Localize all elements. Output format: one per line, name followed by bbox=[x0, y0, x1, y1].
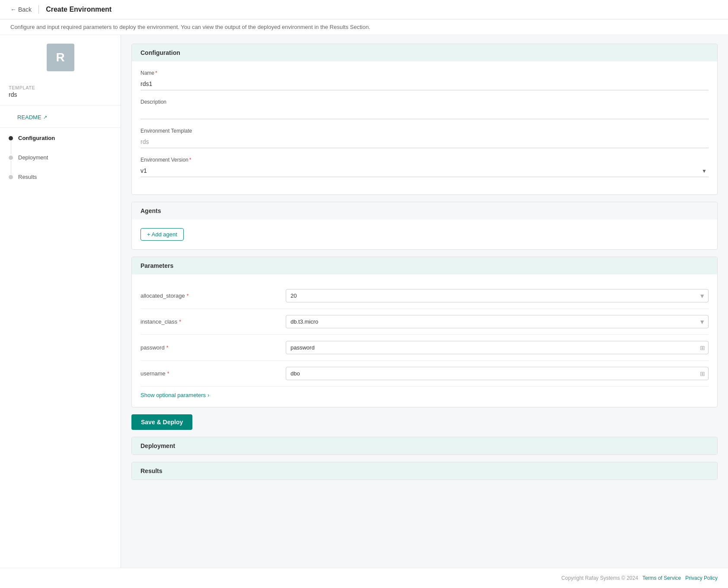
param-copy-icon-password[interactable]: ⊞ bbox=[700, 344, 705, 351]
back-arrow-icon: ← bbox=[10, 6, 16, 13]
param-select-arrow-instance-class: ▼ bbox=[699, 318, 705, 325]
description-label: Description bbox=[140, 99, 709, 105]
param-required-instance-class: * bbox=[179, 319, 181, 325]
template-label: TEMPLATE bbox=[9, 85, 112, 90]
param-required-allocated-storage: * bbox=[187, 293, 189, 299]
param-required-username: * bbox=[167, 371, 169, 377]
parameters-card: Parameters allocated_storage * 20 50 100 bbox=[131, 257, 718, 407]
step-dot-results bbox=[9, 175, 13, 179]
main-layout: R TEMPLATE rds README ↗ Configuration bbox=[0, 35, 728, 584]
external-link-icon: ↗ bbox=[43, 114, 47, 120]
readme-label: README bbox=[17, 114, 42, 121]
configuration-header: Configuration bbox=[132, 44, 717, 61]
param-value-instance-class: db.t3.micro db.t3.small db.t3.medium ▼ bbox=[286, 315, 709, 328]
env-template-field-group: Environment Template bbox=[140, 128, 709, 148]
sidebar-item-results[interactable]: Results bbox=[9, 174, 112, 180]
description-input[interactable] bbox=[140, 107, 709, 119]
back-label: Back bbox=[18, 6, 32, 13]
step-line-2 bbox=[11, 161, 11, 174]
add-agent-label: + Add agent bbox=[147, 231, 177, 238]
param-input-password[interactable] bbox=[286, 341, 709, 354]
name-label: Name * bbox=[140, 70, 709, 76]
parameters-body: allocated_storage * 20 50 100 ▼ bbox=[132, 274, 717, 407]
main-content: Configuration Name * Description bbox=[121, 35, 728, 584]
env-version-required-star: * bbox=[189, 157, 192, 163]
top-bar: ← Back Create Environment bbox=[0, 0, 728, 19]
env-version-field-group: Environment Version * v1 v2 ▼ bbox=[140, 157, 709, 177]
param-select-wrapper-instance-class: db.t3.micro db.t3.small db.t3.medium ▼ bbox=[286, 315, 709, 328]
add-agent-button[interactable]: + Add agent bbox=[140, 228, 184, 241]
back-button[interactable]: ← Back bbox=[10, 6, 32, 13]
readme-link[interactable]: README ↗ bbox=[9, 114, 112, 121]
step-label-configuration: Configuration bbox=[18, 135, 55, 141]
param-input-wrapper-password: ⊞ bbox=[286, 341, 709, 354]
param-row-password: password * ⊞ bbox=[140, 335, 709, 361]
results-card: Results bbox=[131, 462, 718, 480]
parameters-header: Parameters bbox=[132, 257, 717, 274]
description-field-group: Description bbox=[140, 99, 709, 119]
param-value-password: ⊞ bbox=[286, 341, 709, 354]
configuration-card: Configuration Name * Description bbox=[131, 44, 718, 195]
param-row-allocated-storage: allocated_storage * 20 50 100 ▼ bbox=[140, 283, 709, 309]
show-optional-label: Show optional parameters bbox=[140, 392, 206, 398]
param-copy-icon-username[interactable]: ⊞ bbox=[700, 370, 705, 377]
template-name: rds bbox=[9, 91, 112, 98]
template-info: TEMPLATE rds bbox=[0, 85, 121, 105]
configuration-body: Name * Description Environment Template bbox=[132, 61, 717, 194]
privacy-link[interactable]: Privacy Policy bbox=[685, 575, 718, 581]
step-label-results: Results bbox=[18, 174, 37, 180]
name-required-star: * bbox=[155, 70, 157, 76]
results-header: Results bbox=[132, 462, 717, 480]
env-version-select[interactable]: v1 v2 bbox=[140, 165, 709, 177]
footer: Copyright Rafay Systems © 2024 Terms of … bbox=[0, 568, 728, 588]
step-indicator-configuration bbox=[9, 135, 13, 154]
param-input-wrapper-username: ⊞ bbox=[286, 367, 709, 380]
param-name-password: password * bbox=[140, 344, 279, 351]
param-select-wrapper-allocated-storage: 20 50 100 ▼ bbox=[286, 289, 709, 302]
step-indicator-results bbox=[9, 174, 13, 179]
terms-link[interactable]: Terms of Service bbox=[642, 575, 681, 581]
param-input-username[interactable] bbox=[286, 367, 709, 380]
param-value-allocated-storage: 20 50 100 ▼ bbox=[286, 289, 709, 302]
agents-header: Agents bbox=[132, 202, 717, 219]
show-optional-arrow-icon: › bbox=[208, 392, 209, 398]
param-select-arrow-allocated-storage: ▼ bbox=[699, 292, 705, 299]
param-select-allocated-storage[interactable]: 20 50 100 bbox=[286, 289, 709, 302]
step-dot-configuration bbox=[9, 136, 13, 140]
step-indicator-deployment bbox=[9, 154, 13, 174]
sidebar-item-deployment[interactable]: Deployment bbox=[9, 154, 112, 174]
sidebar-item-configuration[interactable]: Configuration bbox=[9, 135, 112, 154]
subtitle-text: Configure and input required parameters … bbox=[0, 19, 728, 35]
footer-spacer bbox=[131, 487, 718, 513]
step-dot-deployment bbox=[9, 156, 13, 160]
page-title: Create Environment bbox=[46, 6, 112, 13]
deployment-header: Deployment bbox=[132, 437, 717, 455]
param-select-instance-class[interactable]: db.t3.micro db.t3.small db.t3.medium bbox=[286, 315, 709, 328]
env-template-label: Environment Template bbox=[140, 128, 709, 134]
copyright-text: Copyright Rafay Systems © 2024 bbox=[562, 575, 639, 581]
env-template-input bbox=[140, 136, 709, 148]
show-optional-parameters[interactable]: Show optional parameters › bbox=[140, 392, 709, 398]
param-row-instance-class: instance_class * db.t3.micro db.t3.small… bbox=[140, 309, 709, 335]
param-value-username: ⊞ bbox=[286, 367, 709, 380]
param-name-instance-class: instance_class * bbox=[140, 318, 279, 325]
name-field-group: Name * bbox=[140, 70, 709, 90]
step-label-deployment: Deployment bbox=[18, 154, 48, 161]
save-deploy-button[interactable]: Save & Deploy bbox=[131, 414, 192, 430]
agents-body: + Add agent bbox=[132, 219, 717, 249]
param-required-password: * bbox=[166, 345, 169, 351]
agents-card: Agents + Add agent bbox=[131, 202, 718, 250]
param-name-allocated-storage: allocated_storage * bbox=[140, 292, 279, 299]
param-row-username: username * ⊞ bbox=[140, 361, 709, 387]
sidebar: R TEMPLATE rds README ↗ Configuration bbox=[0, 35, 121, 584]
header-divider bbox=[38, 5, 39, 14]
deployment-card: Deployment bbox=[131, 437, 718, 455]
step-line-1 bbox=[11, 141, 11, 154]
name-input[interactable] bbox=[140, 78, 709, 90]
env-version-select-wrapper: v1 v2 ▼ bbox=[140, 165, 709, 177]
env-version-label: Environment Version * bbox=[140, 157, 709, 163]
param-name-username: username * bbox=[140, 370, 279, 377]
template-avatar: R bbox=[47, 44, 74, 71]
nav-steps: Configuration Deployment Results bbox=[0, 128, 121, 180]
